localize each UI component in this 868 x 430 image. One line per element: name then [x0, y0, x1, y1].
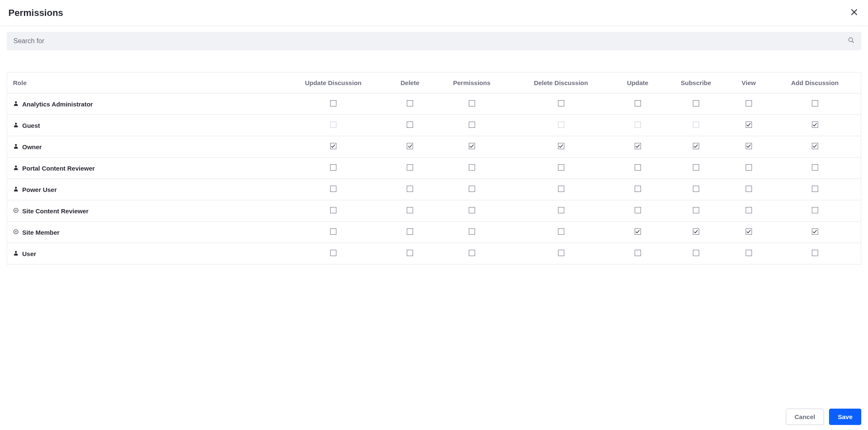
checkbox-cell [280, 179, 386, 200]
permission-checkbox[interactable] [746, 250, 752, 256]
permission-checkbox[interactable] [407, 164, 413, 171]
permission-checkbox[interactable] [558, 143, 564, 149]
checkbox-cell [663, 136, 728, 158]
checkbox-cell [728, 93, 769, 115]
checkbox-cell [728, 158, 769, 179]
permission-checkbox[interactable] [635, 186, 641, 192]
table-row: Site Member [7, 222, 861, 243]
permission-checkbox[interactable] [407, 207, 413, 213]
permission-checkbox[interactable] [693, 100, 699, 106]
checkbox-cell [510, 222, 612, 243]
permission-checkbox[interactable] [812, 186, 818, 192]
permission-checkbox[interactable] [330, 207, 336, 213]
permission-checkbox[interactable] [693, 250, 699, 256]
permission-checkbox[interactable] [812, 143, 818, 149]
permission-checkbox[interactable] [558, 100, 564, 106]
checkbox-cell [280, 115, 386, 136]
checkbox-cell [769, 200, 861, 222]
checkbox-cell [434, 222, 510, 243]
permission-checkbox[interactable] [812, 100, 818, 106]
permission-checkbox[interactable] [407, 250, 413, 256]
permission-checkbox[interactable] [558, 164, 564, 171]
permission-checkbox[interactable] [746, 228, 752, 235]
checkbox-cell [280, 222, 386, 243]
permission-checkbox[interactable] [407, 143, 413, 149]
permission-checkbox[interactable] [407, 186, 413, 192]
permission-checkbox[interactable] [558, 228, 564, 235]
permission-checkbox[interactable] [635, 100, 641, 106]
permission-checkbox[interactable] [469, 122, 475, 128]
svg-point-6 [15, 144, 17, 146]
role-name: Power User [22, 186, 57, 193]
search-button[interactable] [841, 37, 861, 45]
close-button[interactable] [849, 7, 860, 19]
checkbox-cell [663, 222, 728, 243]
checkbox-cell [510, 115, 612, 136]
permission-checkbox[interactable] [746, 122, 752, 128]
permission-checkbox[interactable] [746, 100, 752, 106]
permission-checkbox[interactable] [469, 164, 475, 171]
permission-checkbox[interactable] [330, 186, 336, 192]
permission-checkbox[interactable] [558, 207, 564, 213]
permission-checkbox[interactable] [693, 186, 699, 192]
checkbox-cell [769, 179, 861, 200]
permission-checkbox[interactable] [635, 164, 641, 171]
permission-checkbox[interactable] [407, 228, 413, 235]
checkbox-cell [612, 115, 663, 136]
role-cell: User [7, 243, 280, 264]
search-input[interactable] [7, 32, 841, 50]
permission-checkbox[interactable] [330, 250, 336, 256]
column-header-delete: Delete [386, 73, 434, 93]
permission-checkbox[interactable] [693, 164, 699, 171]
permission-checkbox[interactable] [635, 207, 641, 213]
permission-checkbox[interactable] [330, 143, 336, 149]
permission-checkbox[interactable] [693, 207, 699, 213]
table-row: Portal Content Reviewer [7, 158, 861, 179]
permission-checkbox[interactable] [469, 207, 475, 213]
permission-checkbox[interactable] [469, 250, 475, 256]
permission-checkbox[interactable] [746, 186, 752, 192]
permission-checkbox[interactable] [746, 164, 752, 171]
checkbox-cell [280, 93, 386, 115]
checkbox-cell [612, 158, 663, 179]
permission-checkbox[interactable] [407, 122, 413, 128]
permission-checkbox[interactable] [635, 250, 641, 256]
permission-checkbox[interactable] [812, 207, 818, 213]
permission-checkbox[interactable] [693, 228, 699, 235]
checkbox-cell [434, 136, 510, 158]
permission-checkbox[interactable] [746, 207, 752, 213]
permission-checkbox[interactable] [558, 186, 564, 192]
checkbox-cell [612, 200, 663, 222]
svg-point-7 [15, 165, 17, 167]
permission-checkbox[interactable] [330, 100, 336, 106]
permission-checkbox[interactable] [812, 164, 818, 171]
permission-checkbox[interactable] [407, 100, 413, 106]
column-header-role: Role [7, 73, 280, 93]
permission-checkbox[interactable] [330, 228, 336, 235]
svg-point-2 [849, 38, 852, 41]
permission-checkbox[interactable] [469, 143, 475, 149]
checkbox-cell [434, 200, 510, 222]
permission-checkbox[interactable] [812, 250, 818, 256]
table-header-row: Role Update Discussion Delete Permission… [7, 73, 861, 93]
checkbox-cell [280, 243, 386, 264]
permission-checkbox[interactable] [693, 143, 699, 149]
permission-checkbox[interactable] [635, 228, 641, 235]
permission-checkbox[interactable] [812, 122, 818, 128]
column-header-delete-discussion: Delete Discussion [510, 73, 612, 93]
checkbox-cell [510, 93, 612, 115]
checkbox-cell [386, 222, 434, 243]
permission-checkbox[interactable] [330, 164, 336, 171]
role-cell: Site Content Reviewer [7, 200, 280, 222]
permission-checkbox[interactable] [635, 143, 641, 149]
permission-checkbox[interactable] [469, 186, 475, 192]
permission-checkbox[interactable] [469, 228, 475, 235]
checkbox-cell [510, 136, 612, 158]
column-header-update: Update [612, 73, 663, 93]
table-row: Analytics Administrator [7, 93, 861, 115]
permission-checkbox[interactable] [812, 228, 818, 235]
permission-checkbox[interactable] [558, 250, 564, 256]
checkbox-cell [728, 115, 769, 136]
permission-checkbox[interactable] [746, 143, 752, 149]
permission-checkbox[interactable] [469, 100, 475, 106]
